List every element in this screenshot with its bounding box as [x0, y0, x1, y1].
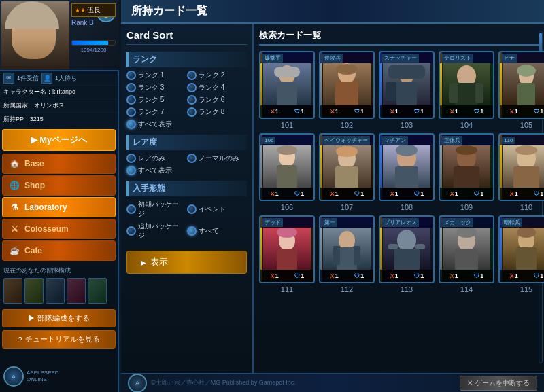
list-item: スナッチャー — [379, 51, 435, 129]
normal-only-option[interactable]: ノーマルのみ — [187, 154, 245, 163]
all-acq-radio[interactable] — [187, 226, 197, 236]
card-112[interactable]: 第一 — [319, 215, 375, 283]
card-art — [380, 228, 433, 270]
rank6-option[interactable]: ランク 6 — [187, 95, 245, 105]
card-art — [380, 145, 433, 188]
rank2-option[interactable]: ランク 2 — [187, 71, 245, 80]
card-top-bar: ベイウォッチャー — [320, 135, 373, 145]
rank8-radio[interactable] — [187, 107, 197, 117]
card-105[interactable]: ヒナ ⚔1 — [498, 51, 544, 119]
normal-only-radio[interactable] — [187, 154, 197, 163]
rank5-label: ランク 5 — [138, 95, 164, 105]
card-art — [380, 63, 433, 105]
rank1-radio[interactable] — [126, 71, 136, 80]
card-106[interactable]: 106 ⚔1 — [259, 133, 315, 201]
card-103[interactable]: スナッチャー — [379, 51, 435, 119]
rare-only-option[interactable]: レアのみ — [126, 154, 184, 163]
list-item: テロリスト — [439, 51, 494, 129]
card-110[interactable]: 110 ⚔1 — [498, 133, 544, 201]
team-card-2[interactable] — [24, 278, 44, 304]
svg-rect-24 — [277, 165, 297, 188]
all-ranks-radio[interactable] — [126, 120, 136, 129]
messages-row[interactable]: ✉ 1件受信 👤 1人待ち — [0, 71, 118, 86]
additional-pkg-label: 追加パッケージ — [138, 221, 184, 240]
all-ranks-option[interactable]: すべて表示 — [126, 120, 247, 129]
svg-rect-40 — [513, 166, 539, 188]
nation-row: 所属国家 オリンポス — [0, 99, 118, 113]
card-top-bar: 110 — [500, 135, 544, 145]
team-edit-button[interactable]: ▶ 部隊編成をする — [2, 309, 116, 327]
event-option[interactable]: イベント — [187, 200, 245, 219]
tutorial-label: チュートリアルを見る — [25, 334, 100, 344]
game-pause-button[interactable]: ✕ ゲームを中断する — [460, 376, 537, 391]
rank4-option[interactable]: ランク 4 — [187, 83, 245, 92]
all-rarity-radio[interactable] — [126, 166, 136, 175]
card-top-bar: テロリスト — [440, 52, 493, 63]
card-115[interactable]: 暗転兵 ⚔1 — [498, 215, 544, 283]
additional-pkg-radio[interactable] — [126, 226, 136, 236]
main-content: 所持カード一覧 Card Sort ランク ランク 1 ランク 2 ランク 3 — [121, 0, 544, 392]
svg-rect-54 — [388, 244, 398, 249]
all-rarity-option[interactable]: すべて表示 — [126, 166, 247, 175]
card-bottom-bar: ⚔1 🛡1 — [380, 188, 433, 200]
svg-rect-10 — [388, 65, 425, 79]
svg-rect-12 — [386, 82, 396, 101]
rank8-option[interactable]: ランク 8 — [187, 107, 245, 117]
scroll-thumb[interactable] — [539, 33, 542, 53]
card-111[interactable]: デッド ⚔1 — [259, 215, 315, 283]
rank7-option[interactable]: ランク 7 — [126, 107, 184, 117]
rank5-option[interactable]: ランク 5 — [126, 95, 184, 105]
card-art — [260, 63, 313, 105]
rank-stars: ★★ 伍長 — [71, 3, 116, 17]
additional-pkg-option[interactable]: 追加パッケージ — [126, 221, 184, 240]
rare-only-radio[interactable] — [126, 154, 136, 163]
rank4-label: ランク 4 — [199, 83, 224, 92]
tutorial-button[interactable]: ? チュートリアルを見る — [2, 330, 116, 349]
list-item: 暗転兵 ⚔1 — [498, 215, 544, 293]
card-art — [440, 145, 493, 188]
rank4-radio[interactable] — [187, 83, 197, 92]
card-109[interactable]: 正体兵 ⚔1 — [439, 133, 494, 201]
card-101[interactable]: 爆撃手 ⚔1 — [259, 51, 315, 119]
rank3-radio[interactable] — [126, 83, 136, 92]
nav-cafe-button[interactable]: ☕ Cafe — [2, 240, 116, 261]
nav-base-button[interactable]: 🏠 Base — [2, 154, 116, 174]
team-card-3[interactable] — [46, 278, 65, 304]
logo-icon: A — [3, 366, 24, 387]
card-108[interactable]: マチアン ⚔1 — [379, 133, 435, 201]
card-art — [260, 145, 313, 188]
card-114[interactable]: メカニック ⚔1 — [439, 215, 494, 283]
user-icon: 👤 — [41, 73, 52, 84]
exp-bar-fill — [72, 41, 108, 45]
card-104[interactable]: テロリスト — [439, 51, 494, 119]
rank3-option[interactable]: ランク 3 — [126, 83, 184, 92]
nav-shop-button[interactable]: 🌐 Shop — [2, 175, 116, 196]
rank2-radio[interactable] — [187, 71, 197, 80]
team-card-4[interactable] — [67, 278, 86, 304]
rank7-radio[interactable] — [126, 107, 136, 117]
nav-laboratory-button[interactable]: ⚗ Laboratory — [2, 197, 116, 217]
rank1-option[interactable]: ランク 1 — [126, 71, 184, 80]
initial-pkg-radio[interactable] — [126, 204, 136, 214]
card-113[interactable]: ブリアレオス — [379, 215, 435, 283]
team-card-1[interactable] — [3, 278, 22, 304]
card-area: 検索カード一覧 爆撃手 — [254, 24, 544, 392]
card-107[interactable]: ベイウォッチャー ⚔1 — [319, 133, 375, 201]
show-button[interactable]: 表示 — [126, 251, 247, 274]
my-page-button[interactable]: ▶ Myページへ — [2, 129, 116, 151]
rank-radio-group: ランク 1 ランク 2 ランク 3 ランク 4 ランク 5 — [126, 71, 247, 129]
rank5-radio[interactable] — [126, 95, 136, 105]
card-bottom-bar: ⚔1 🛡1 — [380, 270, 433, 282]
team-card-5[interactable] — [88, 278, 107, 304]
initial-pkg-option[interactable]: 初期パッケージ — [126, 200, 184, 219]
char-name-label: キャラクター名： — [3, 88, 52, 95]
rank6-radio[interactable] — [187, 95, 197, 105]
card-102[interactable]: 侵攻兵 ⚔1 — [319, 51, 375, 119]
team-section: 現在のあなたの部隊構成 — [0, 264, 118, 306]
nav-colosseum-button[interactable]: ⚔ Colosseum — [2, 219, 116, 239]
rank3-label: ランク 3 — [138, 83, 164, 92]
all-acq-option[interactable]: すべて — [187, 221, 245, 240]
card-bottom-bar: ⚔1 🛡1 — [500, 270, 544, 282]
event-radio[interactable] — [187, 204, 197, 214]
left-panel: ◎ ★★ 伍長 Rank B 1094/1200 ✉ 1件受信 👤 1人待ち キ… — [0, 0, 119, 392]
